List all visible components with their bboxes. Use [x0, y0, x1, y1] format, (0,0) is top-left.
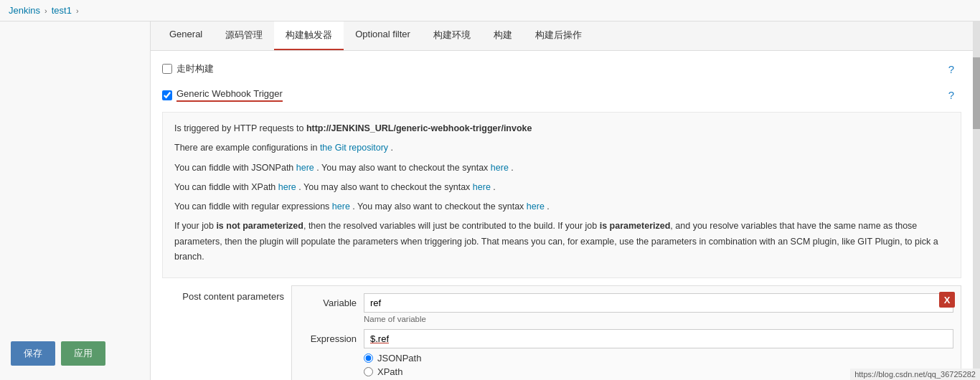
xpath-radio[interactable] — [364, 367, 373, 376]
apply-button[interactable]: 应用 — [61, 341, 105, 366]
variable-content: Name of variable — [364, 293, 953, 323]
variable-hint: Name of variable — [364, 315, 953, 323]
scrollbar[interactable] — [973, 22, 980, 380]
info-line4: You can fiddle with XPath here . You may… — [174, 180, 949, 195]
xpath-radio-label: XPath — [377, 366, 402, 377]
expression-input[interactable] — [364, 329, 953, 348]
jsonpath-radio-row: JSONPath — [364, 353, 953, 364]
webhook-checkbox[interactable] — [162, 90, 172, 100]
scheduled-build-help-icon[interactable]: ? — [948, 63, 954, 75]
left-sidebar: 保存 应用 — [0, 22, 151, 380]
tab-post-build[interactable]: 构建后操作 — [524, 22, 593, 50]
content-area: General 源码管理 构建触发器 Optional filter 构建环境 … — [151, 22, 973, 380]
info-url: http://JENKINS_URL/generic-webhook-trigg… — [306, 123, 532, 133]
breadcrumb-jenkins[interactable]: Jenkins — [9, 5, 40, 16]
info-line1: Is triggered by HTTP requests to http://… — [174, 121, 949, 136]
scheduled-build-row: 走时构建 ? — [162, 60, 961, 78]
info-line6: If your job is not parameterized, then t… — [174, 219, 949, 265]
tab-bar: General 源码管理 构建触发器 Optional filter 构建环境 … — [151, 22, 973, 51]
tab-general[interactable]: General — [158, 22, 214, 50]
variable-input[interactable] — [364, 293, 953, 313]
webhook-help-icon[interactable]: ? — [948, 89, 954, 101]
webhook-info-block: Is triggered by HTTP requests to http://… — [162, 112, 961, 278]
tab-trigger[interactable]: 构建触发器 — [274, 22, 344, 50]
scheduled-build-label: 走时构建 — [176, 62, 214, 75]
breadcrumb-sep-2: › — [76, 6, 79, 15]
info-line2: There are example configurations in the … — [174, 141, 949, 156]
xpath-fiddle-link[interactable]: here — [278, 182, 296, 192]
webhook-label: Generic Webhook Trigger — [176, 88, 283, 102]
save-button[interactable]: 保存 — [11, 341, 55, 366]
url-bar: https://blog.csdn.net/qq_36725282 — [850, 369, 980, 380]
tab-source[interactable]: 源码管理 — [214, 22, 274, 50]
regex-syntax-link[interactable]: here — [527, 201, 545, 212]
jsonpath-radio-label: JSONPath — [377, 353, 421, 364]
git-repo-link[interactable]: the Git repository — [320, 143, 388, 153]
scheduled-build-checkbox[interactable] — [162, 64, 172, 74]
scroll-thumb — [973, 57, 980, 129]
tab-content-trigger: 走时构建 ? Generic Webhook Trigger ? Is trig… — [151, 51, 973, 380]
info-line3: You can fiddle with JSONPath here . You … — [174, 161, 949, 176]
variable-row: Variable Name of variable — [299, 293, 953, 323]
breadcrumb: Jenkins › test1 › — [0, 0, 980, 22]
jsonpath-syntax-link[interactable]: here — [491, 163, 509, 173]
params-section-label: Post content parameters — [162, 285, 284, 380]
params-form: X Variable Name of variable Expression — [291, 285, 961, 380]
breadcrumb-test1[interactable]: test1 — [52, 5, 72, 16]
post-content-params-section: Post content parameters X Variable Name … — [162, 285, 961, 380]
expression-label: Expression — [299, 329, 357, 344]
tab-build[interactable]: 构建 — [482, 22, 524, 50]
xpath-syntax-link[interactable]: here — [473, 182, 491, 192]
tab-env[interactable]: 构建环境 — [422, 22, 482, 50]
breadcrumb-sep-1: › — [44, 6, 47, 15]
webhook-row: Generic Webhook Trigger ? — [162, 85, 961, 105]
info-line5: You can fiddle with regular expressions … — [174, 199, 949, 214]
jsonpath-fiddle-link[interactable]: here — [296, 163, 314, 173]
delete-param-button[interactable]: X — [939, 292, 955, 308]
tab-optional-filter[interactable]: Optional filter — [344, 22, 422, 50]
save-area: 保存 应用 — [0, 334, 150, 373]
variable-label: Variable — [299, 293, 357, 308]
jsonpath-radio[interactable] — [364, 353, 373, 363]
regex-fiddle-link[interactable]: here — [332, 201, 350, 212]
